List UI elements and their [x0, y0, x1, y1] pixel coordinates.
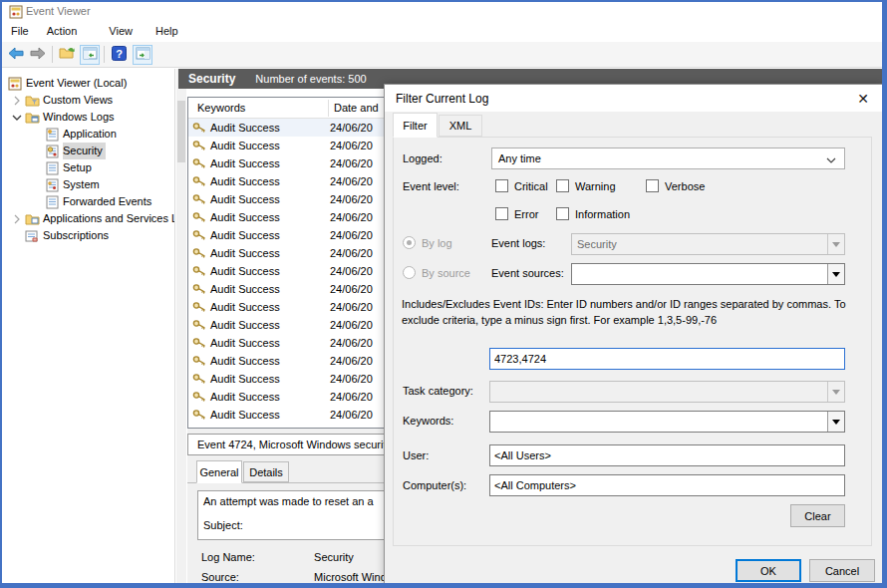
- sidebar-item-application[interactable]: Application: [2, 126, 174, 143]
- information-label[interactable]: Information: [575, 208, 630, 220]
- by-source-radio[interactable]: [403, 266, 416, 279]
- console-tree-toggle-button[interactable]: [80, 45, 100, 65]
- apps-services-folder-icon: [24, 212, 40, 225]
- help-button[interactable]: ?: [109, 45, 129, 65]
- close-icon[interactable]: ✕: [853, 89, 873, 109]
- sidebar-item-event-viewer-local[interactable]: Event Viewer (Local): [2, 75, 174, 92]
- sidebar-item-system[interactable]: System: [2, 176, 174, 193]
- back-button[interactable]: [6, 45, 26, 65]
- computers-input[interactable]: [489, 474, 845, 496]
- critical-checkbox[interactable]: [495, 179, 508, 192]
- system-log-icon: [44, 178, 60, 192]
- critical-label[interactable]: Critical: [514, 180, 548, 192]
- toolbar: ?: [2, 42, 882, 68]
- logged-combobox[interactable]: Any time: [491, 147, 845, 169]
- tab-general[interactable]: General: [196, 460, 242, 483]
- by-log-label[interactable]: By log: [422, 237, 452, 249]
- audit-success-key-icon: [192, 319, 207, 331]
- menu-view[interactable]: View: [100, 22, 142, 40]
- audit-success-key-icon: [192, 409, 207, 421]
- tab-filter[interactable]: Filter: [393, 113, 438, 138]
- verbose-label[interactable]: Verbose: [665, 180, 705, 192]
- information-checkbox[interactable]: [556, 207, 569, 220]
- audit-success-key-icon: [192, 337, 207, 349]
- sidebar-item-custom-views[interactable]: Custom Views: [2, 92, 174, 109]
- event-keyword: Audit Success: [210, 373, 328, 385]
- dropdown-arrow-icon: [827, 234, 844, 254]
- column-divider[interactable]: [328, 100, 329, 117]
- chevron-right-icon[interactable]: [10, 214, 24, 224]
- event-keyword: Audit Success: [210, 193, 328, 205]
- tree-scrollbar-thumb[interactable]: [177, 101, 185, 162]
- audit-success-key-icon: [192, 373, 207, 385]
- event-viewer-window: Event Viewer File Action View Help ?: [0, 0, 887, 588]
- svg-text:?: ?: [116, 47, 123, 59]
- by-source-label[interactable]: By source: [422, 267, 470, 279]
- tab-xml[interactable]: XML: [439, 115, 482, 137]
- sidebar-item-setup[interactable]: Setup: [2, 159, 174, 176]
- warning-label[interactable]: Warning: [575, 180, 616, 192]
- event-keyword: Audit Success: [210, 247, 328, 259]
- user-input[interactable]: [489, 444, 845, 466]
- clear-button[interactable]: Clear: [790, 504, 845, 527]
- action-pane-toggle-button[interactable]: [133, 45, 152, 65]
- windows-logs-folder-icon: [24, 111, 40, 124]
- audit-success-key-icon: [192, 355, 207, 367]
- dropdown-arrow-icon[interactable]: [827, 264, 844, 284]
- event-sources-combobox[interactable]: [571, 263, 845, 285]
- menu-action[interactable]: Action: [38, 22, 87, 40]
- audit-success-key-icon: [192, 140, 207, 151]
- log-name-label: Log Name:: [201, 551, 311, 563]
- custom-views-folder-icon: [24, 94, 40, 107]
- ok-button[interactable]: OK: [736, 559, 801, 582]
- event-keyword: Audit Success: [210, 319, 328, 331]
- sidebar-item-applications-services[interactable]: Applications and Services Lo: [2, 210, 174, 227]
- folder-arrow-icon: [59, 46, 76, 64]
- dropdown-arrow-icon[interactable]: [827, 412, 844, 432]
- task-category-combobox: [489, 381, 845, 403]
- sidebar-item-forwarded-events[interactable]: Forwarded Events: [2, 193, 174, 210]
- sidebar-item-security[interactable]: Security: [2, 143, 174, 159]
- warning-checkbox[interactable]: [556, 179, 569, 192]
- task-category-label: Task category:: [403, 385, 473, 397]
- log-name-value: Security: [314, 551, 354, 563]
- verbose-checkbox[interactable]: [646, 179, 659, 192]
- tree-scrollbar[interactable]: [176, 69, 186, 583]
- forward-button[interactable]: [28, 45, 48, 65]
- toolbar-separator: [52, 46, 53, 63]
- event-keyword: Audit Success: [210, 229, 328, 241]
- clear-button-label: Clear: [804, 510, 830, 522]
- event-keyword: Audit Success: [210, 301, 328, 313]
- menu-file[interactable]: File: [2, 22, 38, 40]
- open-saved-log-button[interactable]: [57, 45, 77, 65]
- tab-details-label: Details: [249, 466, 283, 478]
- tree-label: Subscriptions: [43, 227, 109, 244]
- chevron-right-icon[interactable]: [10, 96, 24, 106]
- back-arrow-icon: [8, 46, 24, 64]
- window-title: Event Viewer: [26, 5, 91, 17]
- event-logs-value: Security: [577, 238, 827, 250]
- event-date: 24/06/20: [330, 301, 373, 313]
- audit-success-key-icon: [192, 211, 207, 223]
- column-date[interactable]: Date and: [334, 102, 379, 114]
- column-keywords[interactable]: Keywords: [197, 102, 245, 114]
- audit-success-key-icon: [192, 157, 207, 169]
- cancel-button[interactable]: Cancel: [809, 559, 875, 582]
- error-checkbox[interactable]: [495, 207, 508, 220]
- event-date: 24/06/20: [330, 157, 373, 169]
- event-ids-input[interactable]: [489, 348, 845, 370]
- event-keyword: Audit Success: [210, 283, 328, 295]
- event-date: 24/06/20: [330, 193, 373, 205]
- sidebar-item-subscriptions[interactable]: Subscriptions: [2, 227, 174, 244]
- event-level-label: Event level:: [403, 180, 459, 192]
- tree-label: Windows Logs: [43, 109, 115, 126]
- sidebar-item-windows-logs[interactable]: Windows Logs: [2, 109, 174, 126]
- error-label[interactable]: Error: [514, 208, 538, 220]
- event-sources-label: Event sources:: [491, 267, 564, 279]
- keywords-combobox[interactable]: [489, 411, 845, 433]
- app-icon: [9, 5, 23, 23]
- chevron-down-icon[interactable]: [10, 115, 24, 121]
- menu-help[interactable]: Help: [147, 22, 187, 40]
- by-log-radio[interactable]: [403, 236, 416, 249]
- tab-details[interactable]: Details: [243, 461, 289, 482]
